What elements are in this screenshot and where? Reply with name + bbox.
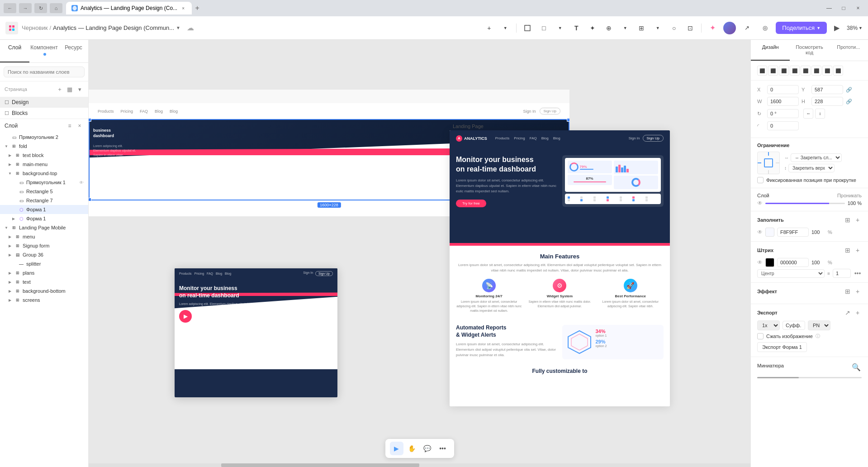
share-button[interactable]: Поделиться ▼ [776,22,827,34]
stroke-color-input[interactable] [777,258,809,267]
cursor-tool-btn[interactable]: ▶ [390,442,403,455]
layer-text[interactable]: ▶ ⊞ text [0,277,88,286]
breadcrumb-dropdown-arrow[interactable]: ▼ [176,25,180,30]
layer-menu[interactable]: ▶ ⊞ menu [0,232,88,241]
location-btn[interactable]: ◎ [758,21,772,35]
tab-design[interactable]: Дизайн [751,40,790,61]
right-panel-scrollbar[interactable] [757,377,862,378]
breadcrumb-project[interactable]: Analytics — Landing Page Design (Commun.… [53,24,174,31]
layer-bg-bottom[interactable]: ▶ ⊞ background-bottom [0,286,88,295]
export-options-btn[interactable]: ↗ [844,309,852,317]
align-center-h-btn[interactable]: ⬛ [768,66,778,76]
shape-tool-btn[interactable]: □ [536,21,551,35]
add-dropdown-btn[interactable]: ▼ [498,21,512,35]
fill-options-btn[interactable]: ⊞ [844,216,852,224]
h-input[interactable] [811,97,843,106]
minimize-btn[interactable]: — [823,3,835,13]
layer-main-menu[interactable]: ▶ ⊞ main-menu [0,160,88,169]
effects-options-btn[interactable]: ⊞ [844,287,852,295]
stroke-width-input[interactable] [833,269,851,278]
layer-text-block[interactable]: ▶ ⊞ text block [0,151,88,160]
component-dropdown-btn[interactable]: ▼ [650,21,665,35]
transform-dropdown-btn[interactable]: ▼ [618,21,632,35]
export-scale-select[interactable]: 1x [757,320,780,330]
fixed-position-check[interactable] [757,177,764,183]
stroke-color-swatch[interactable] [765,258,774,267]
nav-home-btn[interactable]: ⌂ [50,3,62,13]
layers-close-btn[interactable]: × [76,122,84,130]
link-dimensions-btn[interactable]: 🔗 [846,87,852,93]
align-left-btn[interactable]: ⬛ [757,66,767,76]
canvas-scrollbar[interactable] [89,463,750,467]
w-input[interactable] [767,97,799,106]
distribute-v-btn[interactable]: ⬛ [833,66,843,76]
corner-input[interactable] [767,121,799,130]
tab-assets[interactable]: Ресурс [59,40,88,62]
layer-fold[interactable]: ▼ ⊞ fold [0,142,88,151]
shape-dropdown-btn[interactable]: ▼ [553,21,567,35]
frame-tool-btn[interactable] [520,21,535,35]
align-top-btn[interactable]: ⬛ [790,66,800,76]
pen-tool-btn[interactable]: ✦ [585,21,600,35]
new-tab-btn[interactable]: + [192,3,203,14]
transform-tool-btn[interactable]: ⊕ [602,21,616,35]
tab-components[interactable]: Компонент [29,40,59,62]
constraint-h-select[interactable]: ↔ Закрепить сл... [791,153,842,162]
export-add-btn[interactable]: + [854,309,862,317]
active-tab[interactable]: Analytics — Landing Page Design (Co... × [66,2,192,14]
layer-screens[interactable]: ▶ ⊞ screens [0,295,88,305]
fill-eye-icon[interactable]: 👁 [757,229,763,235]
layers-list-btn[interactable]: ≡ [66,122,74,130]
effects-add-btn[interactable]: + [854,287,862,295]
page-item-design[interactable]: ☐ Design [0,97,88,108]
align-bottom-btn[interactable]: ⬛ [811,66,821,76]
tab-close-btn[interactable]: × [180,5,186,11]
stroke-more-btn[interactable]: ••• [854,269,862,277]
text-tool-btn[interactable]: T [569,21,583,35]
page-more-btn[interactable]: ▾ [76,85,84,93]
play-btn[interactable]: ▶ [830,22,843,34]
close-btn[interactable]: × [852,3,864,13]
add-page-btn[interactable]: + [56,85,64,93]
nav-forward-btn[interactable]: → [19,3,32,13]
y-input[interactable] [811,85,843,94]
rotation-input[interactable] [767,109,799,118]
layer-forma1b[interactable]: ▶ ⬡ Форма 1 [0,214,88,223]
zoom-level[interactable]: 38% ▼ [847,25,863,31]
layer-rect5[interactable]: ▭ Rectangle 5 [0,187,88,196]
opacity-slider[interactable] [765,203,845,204]
layer-group36[interactable]: ▶ ▤ Group 36 [0,250,88,259]
distribute-h-btn[interactable]: ⬛ [822,66,832,76]
layer-background-top[interactable]: ▼ ⊞ background-top [0,169,88,178]
layer-splitter[interactable]: — splitter [0,259,88,268]
page-folder-btn[interactable]: ▦ [66,85,74,93]
nav-refresh-btn[interactable]: ↻ [34,3,47,13]
canvas-area[interactable]: ProductsPricingFAQBlogBlog Sign In Sign … [89,40,750,467]
component-tool-btn[interactable]: ⊞ [634,21,649,35]
more-tool-btn[interactable]: ••• [436,442,450,455]
compress-info-icon[interactable]: ⓘ [816,333,820,339]
fill-color-swatch[interactable] [765,228,774,237]
nav-back-btn[interactable]: ← [4,3,16,13]
crop-tool-btn[interactable]: ⊡ [683,21,697,35]
stroke-eye-icon[interactable]: 👁 [757,259,763,266]
share-history-btn[interactable]: ↗ [740,21,754,35]
lock-aspect-btn[interactable]: 🔗 [846,99,852,105]
layer-signup-form[interactable]: ▶ ⊞ Signup form [0,241,88,250]
circle-tool-btn[interactable]: ○ [667,21,681,35]
tab-code[interactable]: Посмотреть код [790,40,829,61]
stroke-position-select[interactable]: Центр [757,269,825,278]
layer-rect1[interactable]: ▭ Прямоугольник 1 👁 [0,178,88,187]
eye-toggle[interactable]: 👁 [757,200,763,206]
tab-prototype[interactable]: Прототи... [829,40,868,61]
constraint-v-select[interactable]: Закрепить верх [788,164,835,172]
layer-rect2[interactable]: ▭ Прямоугольник 2 [0,133,88,142]
fill-add-btn[interactable]: + [854,216,862,224]
hand-tool-btn[interactable]: ✋ [405,442,419,455]
compress-check[interactable] [757,333,764,339]
flip-v-btn[interactable]: ↕ [815,109,825,119]
export-suffix-input[interactable] [783,321,805,330]
thumbnail-search-btn[interactable]: 🔍 [851,362,862,372]
flip-h-btn[interactable]: ↔ [803,109,813,119]
maximize-btn[interactable]: □ [837,3,850,13]
